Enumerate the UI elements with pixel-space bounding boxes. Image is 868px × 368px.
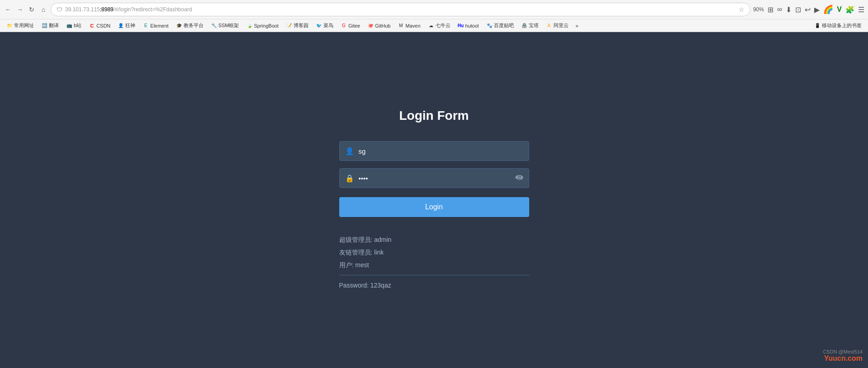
bookmark-label: CSDN [96,23,110,28]
bookmark-baota[interactable]: 🏯 宝塔 [518,21,541,30]
url-prefix: 39.101.73.115 [65,6,100,13]
hint-admin: 超级管理员: admin [339,233,529,246]
menu-icon[interactable]: ☰ [858,5,864,14]
runoob-icon: 🐦 [316,23,322,29]
bookmark-element[interactable]: E Element [140,22,171,30]
browser-actions: 90% ⊞ ∞ ⬇ ⊡ ↩ ▶ 🌈 V 🧩 ☰ [753,5,864,14]
browser-chrome: ← → ↻ ⌂ 🛡 39.101.73.115:8989/#/login?red… [0,0,868,32]
username-input[interactable] [359,147,523,155]
bookmark-label: 狂神 [125,22,135,29]
login-form: 👤 🔒 Login 超级管理员: admin 友链管理员: li [339,141,529,292]
bookmark-label: 常用网址 [14,22,34,29]
url-path: /#/login?redirect=%2Fdashboard [114,6,192,13]
login-title: Login Form [399,109,469,123]
bookmark-label: Gitee [348,23,360,28]
bookmark-hutool[interactable]: Hu hutool [455,22,482,30]
edu-icon: 🎓 [176,23,182,29]
more-label: » [576,23,579,28]
bookmark-aliyun[interactable]: A 阿里云 [543,21,571,30]
hint-link: 友链管理员: link [339,246,529,259]
baota-icon: 🏯 [521,23,527,29]
shield-icon: 🛡 [57,6,62,13]
watermark: Yuucn.com [824,354,863,363]
bookmark-translate[interactable]: 🔤 翻译 [38,21,62,30]
bookmark-qiniuyun[interactable]: ☁ 七牛云 [425,21,453,30]
element-icon: E [142,23,149,29]
bookmark-more[interactable]: » [573,22,581,29]
login-button[interactable]: Login [339,197,529,217]
password-input-group: 🔒 [339,168,529,188]
aliyun-icon: A [546,23,552,29]
hint-section: 超级管理员: admin 友链管理员: link 用户: mest Passwo… [339,233,529,292]
kuangshen-icon: 👤 [118,23,124,29]
password-input[interactable] [359,175,512,182]
bookmark-label: 菜鸟 [323,22,333,29]
bookmark-label: SSM框架 [218,22,239,29]
bookmark-label: 翻译 [49,22,59,29]
username-input-group: 👤 [339,141,529,161]
watermark-sub: CSDN @Mest514 [823,349,863,354]
hint-user: 用户: mest [339,259,529,271]
bookmark-label: 教务平台 [184,22,204,29]
bookmark-label: 阿里云 [554,22,569,29]
maven-icon: M [398,23,404,29]
bookmark-star-icon[interactable]: ☆ [739,6,745,13]
bilibili-icon: 📺 [66,23,72,29]
springboot-icon: 🍃 [247,23,253,29]
bookmark-label: 宝塔 [529,22,539,29]
puzzle-icon[interactable]: 🧩 [845,5,854,14]
bookmark-ssm[interactable]: 🔧 SSM框架 [208,21,242,30]
bookmark-label: b站 [74,22,81,29]
undo-icon[interactable]: ↩ [805,5,811,14]
tieba-icon: 🐾 [486,23,493,29]
bookmark-label: 博客园 [294,22,308,29]
color-wheel-icon[interactable]: 🌈 [823,5,833,14]
bookmark-runoob[interactable]: 🐦 菜鸟 [313,21,336,30]
bookmark-label: GitHub [375,23,390,28]
hint-divider [339,275,529,275]
lock-icon: 🔒 [345,174,354,183]
main-content: Login Form 👤 🔒 Login [0,32,868,368]
play-icon[interactable]: ▶ [814,5,820,14]
bookmark-label: Maven [405,23,420,28]
gitee-icon: G [341,23,347,29]
reload-button[interactable]: ↻ [27,5,36,14]
hutool-icon: Hu [458,23,464,29]
bookmark-mobile[interactable]: 📱 移动设备上的书签 [811,21,864,30]
bookmark-github[interactable]: 🐙 GitHub [365,22,393,30]
bookmark-gitee[interactable]: G Gitee [338,22,363,30]
bookmark-csdn[interactable]: C CSDN [86,22,113,30]
bookmark-bilibili[interactable]: 📺 b站 [63,21,84,30]
zoom-level: 90% [753,6,764,13]
bookmark-springboot[interactable]: 🍃 SpringBoot [244,22,281,30]
infinity-icon[interactable]: ∞ [777,5,782,14]
bookmark-education[interactable]: 🎓 教务平台 [173,21,206,30]
bookmark-changyon[interactable]: 📁 常用网址 [4,21,37,30]
download-icon[interactable]: ⬇ [786,5,792,14]
crop-icon[interactable]: ⊡ [795,5,801,14]
address-bar[interactable]: 🛡 39.101.73.115:8989/#/login?redirect=%2… [51,3,750,16]
login-container: Login Form 👤 🔒 Login [339,109,529,292]
bookmark-maven[interactable]: M Maven [395,22,423,30]
bookmark-label: 移动设备上的书签 [822,22,862,29]
v-icon[interactable]: V [837,5,842,14]
forward-button[interactable]: → [15,5,24,14]
cnblogs-icon: 📝 [286,23,292,29]
bookmark-label: 七牛云 [436,22,451,29]
bookmark-kuangshen[interactable]: 👤 狂神 [115,21,138,30]
bookmark-cnblogs[interactable]: 📝 博客园 [283,21,311,30]
github-icon: 🐙 [367,23,374,29]
back-button[interactable]: ← [4,5,13,14]
user-icon: 👤 [345,147,354,156]
bookmark-baidutieba[interactable]: 🐾 百度贴吧 [484,21,517,30]
folder-icon: 📁 [6,23,13,29]
bookmark-label: SpringBoot [254,23,279,28]
url-port: :8989 [100,6,114,13]
home-button[interactable]: ⌂ [39,5,48,14]
bookmark-label: 百度贴吧 [494,22,514,29]
csdn-icon: C [89,23,95,29]
url-display: 39.101.73.115:8989/#/login?redirect=%2Fd… [65,6,736,13]
extensions-icon[interactable]: ⊞ [768,5,773,14]
mobile-icon: 📱 [814,23,821,29]
password-toggle-icon[interactable] [515,174,523,182]
